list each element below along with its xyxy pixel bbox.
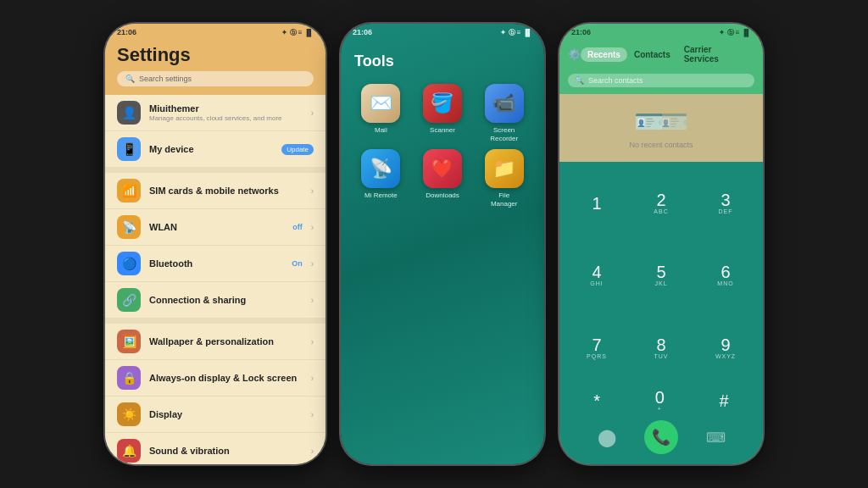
recents-area: 🪪🪪 No recent contacts (559, 94, 763, 162)
search-icon-dialer: 🔍 (575, 76, 584, 85)
wlan-toggle[interactable]: off (292, 223, 303, 231)
dial-letters-6: MNO (717, 280, 733, 286)
settings-item-bluetooth[interactable]: 🔵 Bluetooth On › (105, 246, 326, 282)
wlan-title: WLAN (149, 222, 284, 232)
sim-icon: 📶 (117, 179, 141, 202)
search-contacts-placeholder: Search contacts (588, 76, 643, 85)
dial-letters-2: ABC (654, 208, 668, 214)
mail-icon: ✉️ (361, 84, 400, 123)
alwayson-icon: 🔒 (117, 366, 141, 390)
dial-key-3[interactable]: 3 DEF (695, 169, 756, 237)
phone-settings: 21:06 ✦ ⓑ ≡ ▐▌ Settings 🔍 Search setting… (105, 24, 326, 464)
settings-item-wallpaper[interactable]: 🖼️ Wallpaper & personalization › (105, 324, 326, 360)
dialer-search-bar[interactable]: 🔍 Search contacts (568, 74, 754, 87)
dial-key-9[interactable]: 9 WXYZ (695, 313, 756, 382)
downloads-icon: ❤️ (423, 149, 462, 188)
settings-item-alwayson[interactable]: 🔒 Always-on display & Lock screen › (105, 360, 326, 396)
voicemail-icon[interactable]: ⬤ (598, 427, 616, 447)
display-icon: ☀️ (117, 402, 141, 426)
scanner-icon: 🪣 (423, 84, 462, 123)
miuithemer-icon: 👤 (117, 101, 141, 125)
time-3: 21:06 (571, 28, 591, 36)
settings-item-miuithemer[interactable]: 👤 Miuithemer Manage accounts, cloud serv… (105, 95, 326, 131)
dial-key-5[interactable]: 5 JKL (631, 241, 692, 309)
time-1: 21:06 (117, 28, 136, 36)
alwayson-chevron: › (311, 374, 314, 383)
settings-search[interactable]: 🔍 Search settings (117, 71, 314, 86)
sound-title: Sound & vibration (149, 446, 303, 456)
sound-text: Sound & vibration (149, 446, 303, 456)
display-title: Display (149, 409, 303, 419)
alwayson-title: Always-on display & Lock screen (149, 373, 303, 383)
display-chevron: › (311, 410, 314, 419)
settings-item-wlan[interactable]: 📡 WLAN off › (105, 209, 326, 246)
tab-contacts[interactable]: Contacts (627, 47, 677, 62)
filemanager-icon: 📁 (485, 149, 524, 188)
dial-grid: 1 2 ABC 3 DEF 4 GHI 5 JKL (566, 169, 756, 382)
settings-item-display[interactable]: ☀️ Display › (105, 396, 326, 433)
app-screenrec[interactable]: 📹 ScreenRecorder (477, 84, 531, 142)
app-miremote[interactable]: 📡 Mi Remote (354, 149, 408, 208)
app-scanner[interactable]: 🪣 Scanner (416, 84, 470, 142)
dial-key-2[interactable]: 2 ABC (631, 169, 692, 237)
dial-num-8: 8 (656, 336, 665, 353)
app-downloads[interactable]: ❤️ Downloads (416, 149, 470, 208)
phone-dialer: 21:06 ✦ ⓑ ≡ ▐▌ ⚙️ Recents Contacts Carri… (559, 24, 763, 464)
dial-num-9: 9 (721, 336, 730, 353)
wlan-chevron: › (311, 223, 314, 232)
miuithemer-title: Miuithemer (149, 103, 303, 114)
dial-letters-5: JKL (654, 280, 667, 286)
status-bar-1: 21:06 ✦ ⓑ ≡ ▐▌ (105, 24, 326, 39)
dial-num-6: 6 (721, 263, 730, 280)
dial-key-0[interactable]: 0 + (652, 385, 668, 415)
dial-num-4: 4 (592, 263, 601, 280)
dial-key-6[interactable]: 6 MNO (695, 241, 756, 309)
dial-num-3: 3 (721, 191, 730, 208)
update-badge[interactable]: Update (281, 144, 314, 155)
dial-key-hash[interactable]: # (716, 389, 732, 413)
app-filemanager[interactable]: 📁 FileManager (477, 149, 531, 208)
downloads-label: Downloads (426, 191, 459, 200)
keyboard-icon[interactable]: ⌨ (706, 430, 726, 446)
settings-header: Settings 🔍 Search settings (105, 39, 326, 95)
status-bar-3: 21:06 ✦ ⓑ ≡ ▐▌ (559, 24, 763, 39)
time-2: 21:06 (353, 28, 372, 36)
alwayson-text: Always-on display & Lock screen (149, 373, 303, 383)
miuithemer-text: Miuithemer Manage accounts, cloud servic… (149, 103, 303, 122)
bluetooth-toggle[interactable]: On (292, 259, 303, 268)
dial-letters-3: DEF (719, 208, 733, 214)
dial-key-8[interactable]: 8 TUV (631, 313, 692, 382)
settings-item-sim[interactable]: 📶 SIM cards & mobile networks › (105, 173, 326, 209)
dial-pad: 1 2 ABC 3 DEF 4 GHI 5 JKL (559, 162, 763, 464)
wallpaper-text: Wallpaper & personalization (149, 336, 303, 347)
settings-item-mydevice[interactable]: 📱 My device Update (105, 131, 326, 168)
wallpaper-title: Wallpaper & personalization (149, 336, 303, 347)
sound-chevron: › (311, 446, 314, 456)
dialer-search-area: 🔍 Search contacts (559, 71, 763, 94)
wallpaper-icon: 🖼️ (117, 330, 141, 353)
mail-label: Mail (375, 126, 387, 135)
dial-bottom: * 0 + # (566, 382, 756, 417)
screenrec-label: ScreenRecorder (490, 126, 518, 142)
phone-home: 21:06 ✦ ⓑ ≡ ▐▌ Tools ✉️ Mail 🪣 Scanner 📹… (341, 24, 544, 464)
dial-letters-9: WXYZ (715, 353, 736, 359)
tab-carrier[interactable]: Carrier Services (677, 42, 754, 66)
bluetooth-title: Bluetooth (149, 258, 283, 269)
dial-letters-4: GHI (590, 280, 603, 286)
app-mail[interactable]: ✉️ Mail (354, 84, 408, 142)
no-recent-text: No recent contacts (629, 141, 693, 149)
tab-recents[interactable]: Recents (581, 47, 627, 62)
tools-content: Tools ✉️ Mail 🪣 Scanner 📹 ScreenRecorder… (341, 39, 544, 464)
gear-icon[interactable]: ⚙️ (568, 48, 581, 60)
contact-cards-icon: 🪪🪪 (634, 108, 688, 136)
dial-key-7[interactable]: 7 PQRS (566, 313, 627, 382)
dial-key-star[interactable]: * (590, 389, 604, 413)
dial-key-1[interactable]: 1 (566, 169, 627, 237)
settings-item-connection[interactable]: 🔗 Connection & sharing › (105, 282, 326, 319)
dial-num-0: 0 (655, 389, 665, 406)
search-icon: 🔍 (125, 75, 135, 83)
settings-item-sound[interactable]: 🔔 Sound & vibration › (105, 433, 326, 464)
dial-key-4[interactable]: 4 GHI (566, 241, 627, 309)
dial-num-5: 5 (656, 263, 665, 280)
call-button[interactable]: 📞 (644, 420, 678, 454)
